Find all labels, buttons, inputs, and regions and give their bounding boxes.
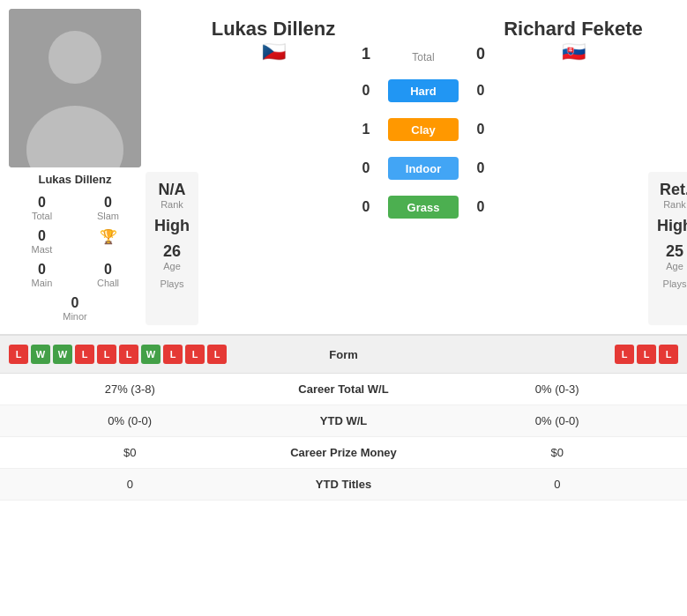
stats-row-1: 0% (0-0)YTD W/L0% (0-0) [0, 405, 687, 437]
form-label: Form [256, 348, 432, 361]
left-rank: N/A Rank [159, 181, 186, 210]
left-form-badge-3: L [75, 345, 94, 364]
surface-badge-hard: Hard [388, 79, 459, 102]
left-form-badges: LWWLLLWLLL [9, 345, 256, 364]
stats-row-0: 27% (3-8)Career Total W/L0% (0-3) [0, 374, 687, 405]
stats-center-label-1: YTD W/L [247, 414, 441, 427]
surface-right-val-2: 0 [467, 160, 494, 176]
surface-badge-indoor: Indoor [388, 157, 459, 180]
surface-right-val-0: 0 [467, 83, 494, 99]
stats-right-1: 0% (0-0) [441, 414, 675, 427]
left-player-header: Lukas Dillenz 🇨🇿 [203, 18, 344, 63]
left-plays: Plays [161, 278, 184, 289]
right-rank: Ret. Rank [660, 181, 687, 210]
surface-right-val-3: 0 [467, 199, 494, 215]
stats-left-2: $0 [13, 446, 247, 459]
left-form-badge-7: L [163, 345, 183, 364]
surface-left-val-2: 0 [353, 160, 379, 176]
right-form-badges: LLL [432, 345, 679, 364]
surface-badge-grass: Grass [388, 196, 459, 219]
left-player-name: Lukas Dillenz [38, 173, 111, 186]
surface-middle: Lukas Dillenz 🇨🇿 1 Total 0 Richard Feket… [203, 9, 644, 325]
form-section: LWWLLLWLLL Form LLL [0, 335, 687, 373]
surface-row-indoor: 0Indoor0 [353, 150, 494, 187]
stats-left-3: 0 [13, 478, 247, 491]
stats-row-2: $0Career Prize Money$0 [0, 437, 687, 469]
total-label: Total [388, 50, 459, 63]
stats-center-label-0: Career Total W/L [247, 382, 441, 396]
left-trophy: 🏆 [75, 225, 141, 258]
surface-left-val-0: 0 [353, 83, 379, 99]
stats-row-3: 0YTD Titles0 [0, 469, 687, 501]
left-total-stat: 0 Total [9, 191, 75, 225]
right-form-badge-2: L [659, 345, 678, 364]
left-form-badge-6: W [141, 345, 161, 364]
left-trophy-icon: 🏆 [100, 228, 117, 245]
left-form-badge-1: W [31, 345, 50, 364]
left-form-badge-9: L [207, 345, 227, 364]
right-form-badge-1: L [637, 345, 656, 364]
left-player-card: Lukas Dillenz 0 Total 0 Slam 0 Mast 🏆 [9, 9, 141, 325]
surface-rows: 0Hard01Clay00Indoor00Grass0 [353, 72, 494, 226]
stats-left-0: 27% (3-8) [13, 382, 247, 396]
right-flag: 🇸🇰 [562, 41, 586, 63]
stats-right-2: $0 [441, 446, 675, 459]
surface-row-clay: 1Clay0 [353, 111, 494, 148]
right-age: 25 Age [666, 242, 683, 271]
stats-right-3: 0 [441, 478, 675, 491]
left-main-stat: 0 Main [9, 258, 75, 292]
left-slam-stat: 0 Slam [75, 191, 141, 225]
surface-left-val-3: 0 [353, 199, 379, 215]
main-container: Lukas Dillenz 0 Total 0 Slam 0 Mast 🏆 [0, 0, 687, 501]
right-form-badge-0: L [615, 345, 634, 364]
left-form-badge-5: L [119, 345, 138, 364]
left-mast-stat: 0 Mast [9, 225, 75, 258]
left-player-photo [9, 9, 141, 167]
right-total-score: 0 [467, 45, 494, 63]
right-player-title: Richard Fekete [504, 18, 643, 41]
left-age: 26 Age [163, 242, 181, 271]
left-form-badge-2: W [53, 345, 72, 364]
left-player-stats: 0 Total 0 Slam 0 Mast 🏆 0 Main [9, 191, 141, 325]
surface-badge-clay: Clay [388, 118, 459, 141]
stats-center-label-2: Career Prize Money [247, 446, 441, 459]
left-form-badge-0: L [9, 345, 28, 364]
stats-left-1: 0% (0-0) [13, 414, 247, 427]
left-player-title: Lukas Dillenz [212, 18, 336, 41]
surface-left-val-1: 1 [353, 122, 379, 137]
player-comparison: Lukas Dillenz 0 Total 0 Slam 0 Mast 🏆 [0, 0, 687, 334]
left-level: High [154, 217, 190, 235]
right-level: High [657, 217, 687, 235]
right-plays: Plays [663, 278, 687, 289]
stats-right-0: 0% (0-3) [441, 382, 675, 396]
surface-row-grass: 0Grass0 [353, 189, 494, 226]
surface-right-val-1: 0 [467, 122, 494, 137]
left-form-badge-8: L [185, 345, 205, 364]
left-chall-stat: 0 Chall [75, 258, 141, 292]
left-minor-stat: 0 Minor [42, 292, 108, 325]
left-form-badge-4: L [97, 345, 116, 364]
right-center-panel: Ret. Rank High 25 Age Plays [648, 172, 687, 325]
left-flag: 🇨🇿 [262, 41, 286, 63]
stats-table: 27% (3-8)Career Total W/L0% (0-3)0% (0-0… [0, 374, 687, 501]
surface-row-hard: 0Hard0 [353, 72, 494, 109]
stats-center-label-3: YTD Titles [247, 478, 441, 491]
left-center-panel: N/A Rank High 26 Age Plays [146, 172, 198, 325]
left-total-score: 1 [353, 45, 379, 63]
right-player-header: Richard Fekete 🇸🇰 [503, 18, 644, 63]
svg-point-1 [49, 31, 101, 84]
player-headers: Lukas Dillenz 🇨🇿 1 Total 0 Richard Feket… [203, 18, 644, 63]
